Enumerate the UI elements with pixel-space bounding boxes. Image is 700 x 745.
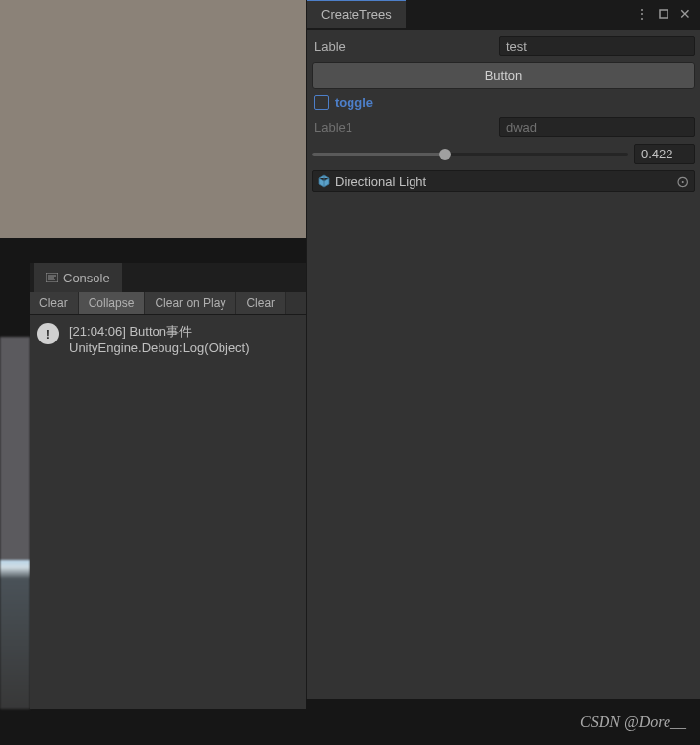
inspector-body: Lable Button toggle Lable1 Directional L… bbox=[307, 30, 700, 198]
maximize-icon[interactable] bbox=[657, 7, 670, 21]
lable-field-row: Lable bbox=[312, 35, 695, 57]
lable-input[interactable] bbox=[499, 36, 695, 56]
slider-thumb[interactable] bbox=[439, 149, 451, 160]
collapse-button[interactable]: Collapse bbox=[79, 292, 146, 314]
slider-value-input[interactable] bbox=[634, 144, 695, 164]
console-panel: Console Clear Collapse Clear on Play Cle… bbox=[30, 263, 306, 709]
lable-label: Lable bbox=[312, 39, 499, 54]
clear-on-play-button[interactable]: Clear on Play bbox=[145, 292, 236, 314]
scene-preview bbox=[0, 337, 30, 709]
svg-rect-4 bbox=[660, 10, 668, 18]
slider-track[interactable] bbox=[312, 153, 628, 156]
slider-row bbox=[312, 144, 695, 164]
slider-fill bbox=[312, 153, 445, 156]
lable1-input[interactable] bbox=[499, 117, 695, 137]
toggle-row: toggle bbox=[312, 92, 695, 114]
object-field[interactable]: Directional Light ⊙ bbox=[312, 170, 695, 192]
close-icon[interactable]: ✕ bbox=[678, 7, 692, 21]
inspector-tab-bar: CreateTrees ⋮ ✕ bbox=[307, 0, 700, 30]
inspector-tab[interactable]: CreateTrees bbox=[307, 1, 406, 28]
toggle-label[interactable]: toggle bbox=[335, 95, 373, 110]
log-message: Button事件 bbox=[129, 324, 192, 339]
log-trace: UnityEngine.Debug:Log(Object) bbox=[69, 341, 250, 355]
lable1-field-row: Lable1 bbox=[312, 116, 695, 138]
scene-viewport bbox=[0, 0, 306, 238]
cube-icon bbox=[317, 174, 331, 188]
watermark: CSDN @Dore__ bbox=[580, 714, 686, 731]
button-control[interactable]: Button bbox=[312, 62, 695, 89]
window-controls: ⋮ ✕ bbox=[635, 7, 700, 21]
object-picker-icon[interactable]: ⊙ bbox=[674, 173, 690, 189]
log-text: [21:04:06] Button事件 UnityEngine.Debug:Lo… bbox=[69, 323, 250, 355]
console-icon bbox=[46, 273, 58, 282]
inspector-panel: CreateTrees ⋮ ✕ Lable Button toggle Labl… bbox=[306, 0, 700, 699]
console-tab[interactable]: Console bbox=[34, 263, 122, 292]
lable1-label: Lable1 bbox=[312, 120, 499, 135]
clear-button[interactable]: Clear bbox=[30, 292, 79, 314]
toggle-checkbox[interactable] bbox=[314, 95, 329, 110]
clear-partial-button[interactable]: Clear bbox=[236, 292, 286, 314]
kebab-icon[interactable]: ⋮ bbox=[635, 7, 649, 21]
console-tab-bar: Console bbox=[30, 263, 306, 292]
console-toolbar: Clear Collapse Clear on Play Clear bbox=[30, 292, 306, 315]
log-timestamp: [21:04:06] bbox=[69, 324, 126, 339]
info-icon: ! bbox=[37, 323, 59, 344]
console-tab-label: Console bbox=[63, 271, 110, 285]
object-name: Directional Light bbox=[335, 174, 674, 189]
log-entry[interactable]: ! [21:04:06] Button事件 UnityEngine.Debug:… bbox=[30, 315, 306, 363]
